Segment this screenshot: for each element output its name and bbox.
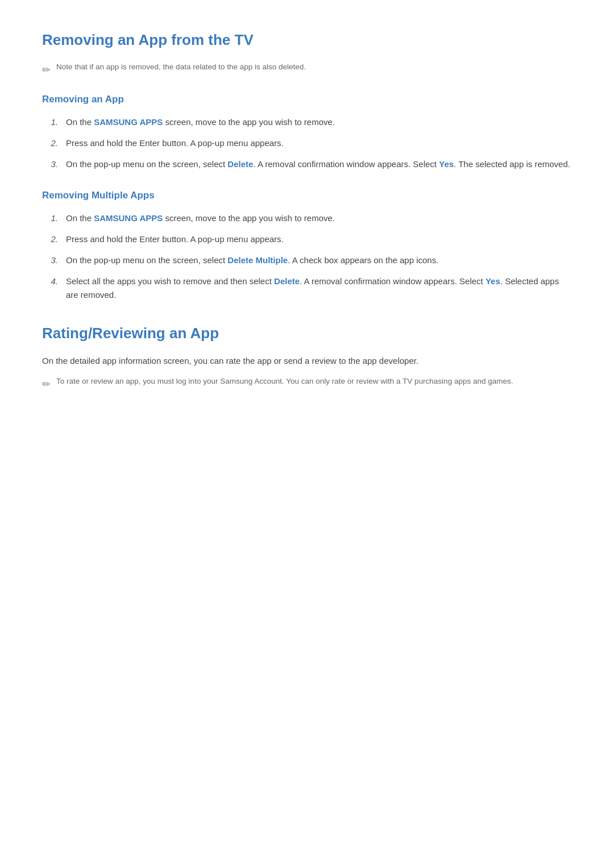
step-item: 4. Select all the apps you wish to remov…	[48, 275, 572, 301]
step-text-1: On the SAMSUNG APPS screen, move to the …	[66, 115, 572, 128]
samsung-apps-highlight-1: SAMSUNG APPS	[94, 117, 163, 127]
removing-app-section: Removing an App from the TV ✏ Note that …	[42, 28, 572, 301]
removing-app-title: Removing an App from the TV	[42, 28, 572, 52]
removing-multiple-apps-subtitle: Removing Multiple Apps	[42, 188, 572, 203]
rating-note-block: ✏ To rate or review an app, you must log…	[42, 376, 572, 393]
delete-multiple-highlight: Delete Multiple	[227, 255, 288, 265]
yes-highlight-2: Yes	[486, 276, 500, 286]
step-text-m1: On the SAMSUNG APPS screen, move to the …	[66, 211, 572, 225]
step-text-3: On the pop-up menu on the screen, select…	[66, 157, 572, 171]
yes-highlight-1: Yes	[439, 159, 454, 169]
delete-highlight-2: Delete	[274, 276, 300, 286]
removing-single-app-steps: 1. On the SAMSUNG APPS screen, move to t…	[48, 115, 572, 171]
rating-reviewing-title: Rating/Reviewing an App	[42, 322, 572, 346]
rating-note-icon: ✏	[42, 376, 51, 393]
step-number-2: 2.	[48, 136, 58, 149]
removing-app-note-text: Note that if an app is removed, the data…	[56, 61, 306, 73]
step-item: 3. On the pop-up menu on the screen, sel…	[48, 254, 572, 267]
samsung-apps-highlight-2: SAMSUNG APPS	[94, 213, 163, 223]
step-number-m1: 1.	[48, 211, 58, 225]
step-item: 3. On the pop-up menu on the screen, sel…	[48, 157, 572, 171]
step-number-1: 1.	[48, 115, 58, 128]
step-number-3: 3.	[48, 157, 58, 171]
rating-note-text: To rate or review an app, you must log i…	[56, 376, 513, 388]
step-text-m3: On the pop-up menu on the screen, select…	[66, 254, 572, 267]
step-number-m2: 2.	[48, 232, 58, 246]
note-icon: ✏	[42, 62, 51, 78]
rating-reviewing-section: Rating/Reviewing an App On the detailed …	[42, 322, 572, 393]
step-text-2: Press and hold the Enter button. A pop-u…	[66, 136, 572, 149]
step-text-m2: Press and hold the Enter button. A pop-u…	[66, 232, 572, 246]
removing-single-app-subsection: Removing an App 1. On the SAMSUNG APPS s…	[42, 92, 572, 171]
step-number-m3: 3.	[48, 254, 58, 267]
delete-highlight-1: Delete	[227, 159, 253, 169]
step-item: 1. On the SAMSUNG APPS screen, move to t…	[48, 211, 572, 225]
step-text-m4: Select all the apps you wish to remove a…	[66, 275, 572, 301]
removing-app-note-block: ✏ Note that if an app is removed, the da…	[42, 61, 572, 78]
removing-multiple-apps-subsection: Removing Multiple Apps 1. On the SAMSUNG…	[42, 188, 572, 301]
step-number-m4: 4.	[48, 275, 58, 301]
rating-description: On the detailed app information screen, …	[42, 354, 572, 368]
step-item: 1. On the SAMSUNG APPS screen, move to t…	[48, 115, 572, 128]
removing-multiple-apps-steps: 1. On the SAMSUNG APPS screen, move to t…	[48, 211, 572, 301]
step-item: 2. Press and hold the Enter button. A po…	[48, 136, 572, 149]
step-item: 2. Press and hold the Enter button. A po…	[48, 232, 572, 246]
removing-single-app-subtitle: Removing an App	[42, 92, 572, 107]
